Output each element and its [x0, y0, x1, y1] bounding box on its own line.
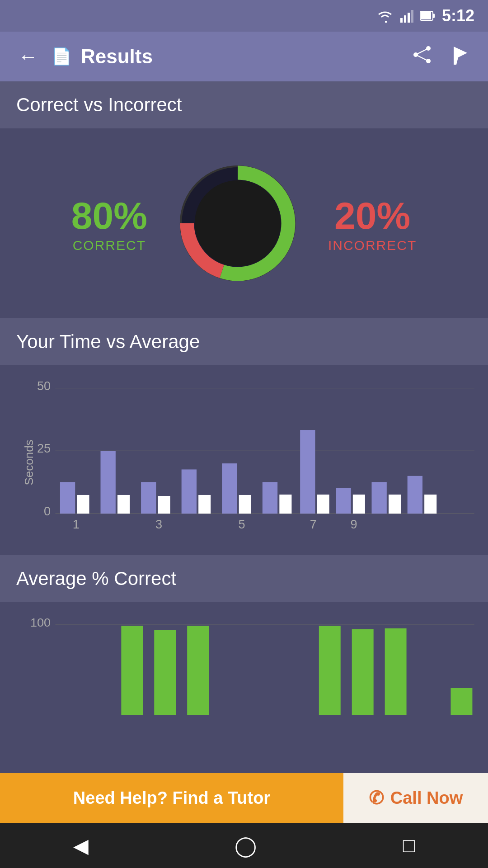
svg-marker-13	[454, 47, 467, 65]
avg-chart-section: 100	[0, 602, 488, 733]
svg-rect-39	[353, 495, 365, 514]
status-time: 5:12	[442, 6, 474, 25]
svg-rect-38	[336, 488, 351, 514]
svg-rect-29	[158, 496, 170, 514]
svg-rect-41	[389, 495, 401, 514]
avg-bar-chart-svg: 100	[27, 616, 479, 733]
avg-chart-container: 100	[27, 616, 479, 733]
svg-text:3: 3	[155, 518, 162, 531]
donut-chart	[174, 160, 301, 287]
doc-icon: 📄	[52, 47, 72, 66]
nav-home-button[interactable]: ◯	[221, 830, 270, 862]
incorrect-stat: 20% INCORRECT	[328, 194, 417, 253]
svg-rect-37	[317, 495, 329, 514]
svg-rect-25	[77, 495, 89, 514]
svg-rect-35	[279, 495, 291, 514]
svg-rect-24	[60, 482, 75, 514]
status-bar: 5:12	[0, 0, 488, 32]
svg-rect-30	[182, 469, 197, 514]
svg-point-17	[195, 180, 281, 266]
nav-back-button[interactable]: ◀	[60, 830, 102, 862]
avg-correct-title: Average % Correct	[16, 568, 472, 590]
svg-text:0: 0	[44, 505, 51, 518]
correct-vs-incorrect-title: Correct vs Incorrect	[16, 94, 472, 116]
avg-correct-header: Average % Correct	[0, 555, 488, 602]
call-now-label: Call Now	[390, 788, 463, 808]
svg-rect-54	[319, 626, 341, 715]
time-chart-container: Seconds 50 25 0	[27, 379, 479, 546]
svg-line-11	[416, 48, 428, 55]
svg-rect-36	[300, 430, 315, 514]
svg-rect-53	[187, 626, 209, 715]
svg-text:7: 7	[310, 518, 317, 531]
svg-text:9: 9	[350, 518, 357, 531]
svg-rect-6	[421, 12, 431, 19]
bottom-banner: Need Help? Find a Tutor ✆ Call Now	[0, 773, 488, 823]
svg-rect-4	[411, 10, 413, 23]
incorrect-percent: 20%	[328, 194, 417, 238]
incorrect-label: INCORRECT	[328, 238, 417, 253]
nav-recent-button[interactable]: □	[389, 830, 429, 861]
wifi-icon	[376, 9, 394, 23]
svg-rect-32	[222, 463, 237, 514]
signal-icon	[400, 9, 414, 23]
battery-icon	[420, 9, 436, 23]
time-vs-average-title: Your Time vs Average	[16, 331, 472, 353]
svg-rect-31	[198, 495, 211, 514]
donut-chart-section: 80% CORRECT 20% INCORRECT	[0, 128, 488, 318]
svg-rect-1	[400, 18, 403, 23]
svg-rect-28	[141, 482, 156, 514]
svg-rect-3	[408, 13, 410, 23]
svg-rect-43	[424, 495, 436, 514]
svg-rect-57	[451, 688, 473, 715]
top-bar: ← 📄 Results	[0, 32, 488, 81]
svg-rect-34	[263, 482, 277, 514]
svg-marker-0	[385, 21, 387, 23]
share-button[interactable]	[408, 40, 436, 73]
svg-text:1: 1	[73, 518, 80, 531]
svg-rect-56	[385, 628, 407, 715]
nav-bar: ◀ ◯ □	[0, 823, 488, 868]
correct-stat: 80% CORRECT	[71, 194, 147, 253]
svg-rect-33	[239, 495, 251, 514]
svg-text:50: 50	[37, 379, 51, 393]
y-axis-label: Seconds	[22, 439, 36, 485]
call-now-button[interactable]: ✆ Call Now	[343, 773, 488, 823]
phone-icon: ✆	[369, 788, 384, 808]
find-tutor-label: Need Help? Find a Tutor	[73, 788, 270, 808]
back-button[interactable]: ←	[14, 41, 42, 72]
time-bar-chart-svg: 50 25 0	[27, 379, 479, 546]
svg-text:25: 25	[37, 442, 51, 456]
correct-label: CORRECT	[71, 238, 147, 253]
time-vs-average-header: Your Time vs Average	[0, 318, 488, 365]
svg-rect-52	[154, 630, 176, 715]
time-chart-section: Seconds 50 25 0	[0, 365, 488, 555]
svg-rect-27	[117, 495, 130, 514]
svg-text:100: 100	[30, 616, 51, 629]
svg-rect-7	[433, 14, 435, 18]
correct-vs-incorrect-header: Correct vs Incorrect	[0, 81, 488, 128]
svg-rect-40	[372, 482, 387, 514]
svg-rect-51	[121, 626, 143, 715]
svg-text:5: 5	[238, 518, 245, 531]
flag-button[interactable]	[446, 40, 474, 73]
svg-rect-55	[352, 629, 374, 715]
svg-rect-42	[408, 476, 422, 514]
correct-percent: 80%	[71, 194, 147, 238]
svg-line-12	[416, 55, 428, 61]
find-tutor-button[interactable]: Need Help? Find a Tutor	[0, 773, 343, 823]
page-title: Results	[81, 45, 399, 68]
svg-rect-2	[404, 15, 406, 23]
svg-rect-26	[101, 451, 116, 514]
status-icons: 5:12	[376, 6, 474, 25]
